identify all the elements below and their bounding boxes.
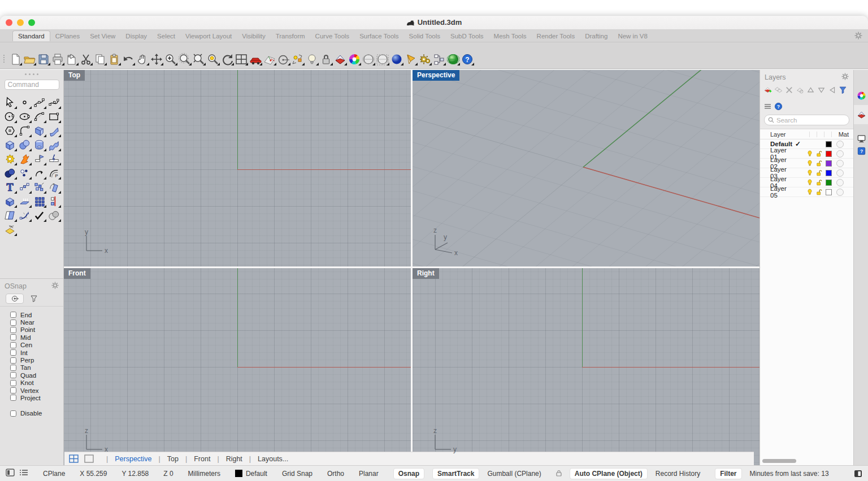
layer-material-circle[interactable]: [836, 150, 844, 158]
render-globe-icon[interactable]: [446, 52, 460, 66]
cut-icon[interactable]: [79, 52, 93, 66]
status-z-0[interactable]: Z 0: [163, 470, 173, 478]
boolean-gray-tool[interactable]: [46, 208, 61, 222]
status-smarttrack[interactable]: SmartTrack: [432, 468, 479, 479]
spheres-tool[interactable]: [17, 138, 32, 152]
osnap-checkbox-near[interactable]: [10, 320, 16, 326]
layer-material-circle[interactable]: [836, 189, 844, 196]
arc-tool[interactable]: [32, 110, 46, 124]
viewport-label-top[interactable]: Top: [64, 70, 85, 81]
osnap-checkbox-quad[interactable]: [10, 372, 16, 378]
osnap-checkbox-end[interactable]: [10, 312, 16, 318]
ghosted-view-icon[interactable]: [375, 52, 389, 66]
rotate-view-icon[interactable]: [149, 52, 163, 66]
cylinder-tool[interactable]: [32, 138, 46, 152]
selection-filter-icon[interactable]: [290, 52, 305, 66]
layer-lock-icon[interactable]: [814, 179, 823, 186]
menu-tab-cplanes[interactable]: CPlanes: [50, 31, 85, 41]
move-left-icon[interactable]: [828, 86, 836, 94]
control-point-curve-tool[interactable]: [32, 95, 46, 110]
layer-material-circle[interactable]: [836, 160, 844, 167]
layer-row-layer-05[interactable]: Layer 05: [760, 187, 853, 197]
osnap-filter-tab[interactable]: [25, 294, 43, 304]
layer-lock-icon[interactable]: [814, 169, 823, 176]
cplane-icon[interactable]: [262, 52, 276, 66]
layers-flag-icon[interactable]: [854, 105, 868, 124]
layer-color-swatch[interactable]: [826, 180, 832, 186]
viewport-right[interactable]: zyRight: [413, 268, 760, 465]
explode-orange-tool[interactable]: [17, 152, 32, 166]
menu-tab-display[interactable]: Display: [120, 31, 152, 41]
osnap-checkbox-perp[interactable]: [10, 357, 16, 364]
status-default[interactable]: Default: [235, 470, 267, 478]
help-icon[interactable]: ?: [460, 52, 474, 66]
display-color-icon[interactable]: [854, 86, 868, 105]
osnap-checkbox-mid[interactable]: [10, 334, 16, 340]
viewport-layout-icon[interactable]: [234, 52, 248, 66]
split-bar-tool[interactable]: [46, 152, 61, 166]
tabbar-settings-gear-icon[interactable]: [854, 32, 862, 42]
toolbar-drag-handle[interactable]: [3, 55, 5, 63]
layer-visibility-bulb-icon[interactable]: [805, 169, 814, 176]
viewport-label-right[interactable]: Right: [413, 268, 439, 279]
four-viewport-layout-icon[interactable]: [69, 454, 79, 463]
pan-icon[interactable]: [135, 52, 149, 66]
menu-tab-subd-tools[interactable]: SubD Tools: [445, 31, 489, 41]
viewport-perspective[interactable]: zyxPerspective: [413, 70, 760, 266]
status-ortho[interactable]: Ortho: [327, 470, 344, 478]
new-layer-icon[interactable]: [763, 86, 772, 94]
zoom-in-icon[interactable]: [163, 52, 177, 66]
command-list-icon[interactable]: [19, 469, 28, 478]
zoom-dynamic-icon[interactable]: [177, 52, 192, 66]
menu-tab-curve-tools[interactable]: Curve Tools: [310, 31, 355, 41]
panel-drag-handle[interactable]: [0, 70, 63, 75]
rotate-sheet-tool[interactable]: [46, 180, 61, 194]
panel-help-icon[interactable]: ?: [774, 102, 783, 111]
viewport-front[interactable]: zxFront: [64, 268, 411, 465]
status-x-55-259[interactable]: X 55.259: [80, 470, 107, 478]
analyze-cone-icon[interactable]: [403, 52, 418, 66]
viewport-tab-top[interactable]: Top: [167, 455, 179, 463]
scale-1d-tool[interactable]: [46, 194, 61, 208]
osnap-checkbox-point[interactable]: [10, 327, 16, 333]
rectangle-tool[interactable]: [46, 110, 61, 124]
command-input[interactable]: [5, 80, 59, 90]
status-grid-snap[interactable]: Grid Snap: [282, 470, 313, 478]
status-osnap[interactable]: Osnap: [393, 468, 424, 479]
save-icon[interactable]: [36, 52, 50, 66]
osnap-checkbox-project[interactable]: [10, 395, 16, 401]
status-auto-cplane-object-[interactable]: Auto CPlane (Object): [570, 468, 648, 479]
viewport-tab-perspective[interactable]: Perspective: [115, 455, 151, 463]
trim-flag-tool[interactable]: [32, 152, 46, 166]
menu-tab-standard[interactable]: Standard: [12, 30, 50, 41]
layers-horizontal-scrollbar[interactable]: [762, 459, 796, 463]
select-arrow-tool[interactable]: [2, 95, 17, 110]
check-tool[interactable]: [32, 208, 46, 222]
menu-tab-drafting[interactable]: Drafting: [580, 31, 613, 41]
move-points-tool[interactable]: [17, 180, 32, 194]
status-minutes-from-last-save-13[interactable]: Minutes from last save: 13: [750, 470, 829, 478]
trim-surface-tool[interactable]: [2, 208, 17, 222]
status-cplane[interactable]: CPlane: [43, 470, 65, 478]
options-gears-icon[interactable]: [418, 52, 432, 66]
zoom-window-icon[interactable]: [192, 52, 206, 66]
layer-visibility-bulb-icon[interactable]: [805, 160, 814, 167]
viewport-tab-right[interactable]: Right: [226, 455, 242, 463]
status-y-12-858[interactable]: Y 12.858: [121, 470, 149, 478]
box-tool[interactable]: [2, 138, 17, 152]
viewport-label-perspective[interactable]: Perspective: [413, 70, 459, 81]
layer-lock-icon[interactable]: [814, 160, 823, 167]
layers-gear-icon[interactable]: [841, 72, 849, 82]
move-up-icon[interactable]: [806, 86, 815, 94]
cplane-lamp-tool[interactable]: [2, 222, 17, 237]
menu-tab-viewport-layout[interactable]: Viewport Layout: [180, 31, 237, 41]
menu-tab-render-tools[interactable]: Render Tools: [532, 31, 580, 41]
new-sublayer-icon[interactable]: [774, 86, 783, 94]
layer-visibility-bulb-icon[interactable]: [805, 150, 814, 157]
text-tool[interactable]: T: [2, 180, 17, 194]
surface-swoosh-tool[interactable]: [46, 124, 61, 138]
lightbulb-icon[interactable]: [305, 52, 319, 66]
filter-funnel-icon[interactable]: [839, 86, 847, 94]
curve-through-points-tool[interactable]: [46, 95, 61, 110]
offset-tool[interactable]: P: [46, 166, 61, 180]
